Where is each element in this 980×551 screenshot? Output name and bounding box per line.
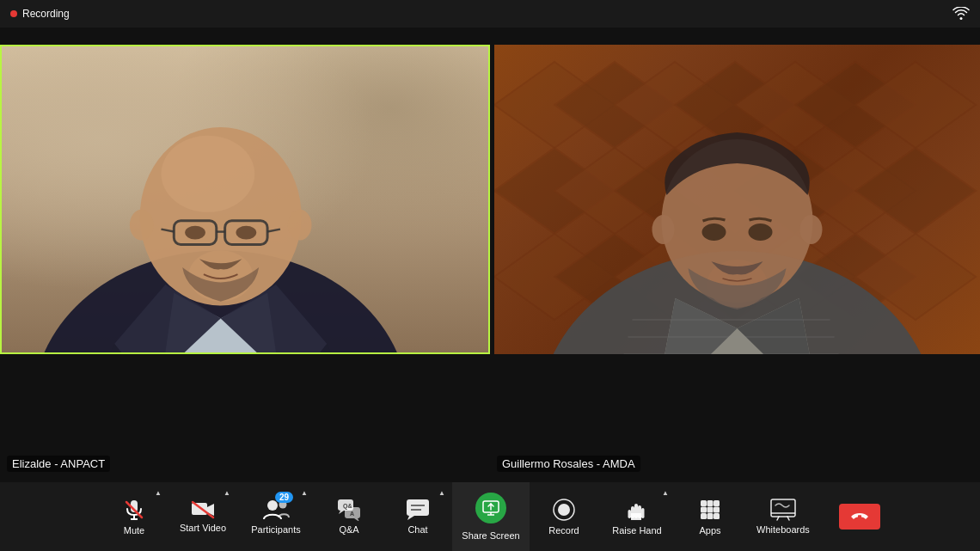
svg-rect-72 xyxy=(707,507,714,513)
svg-point-3 xyxy=(161,136,254,212)
svg-rect-71 xyxy=(701,507,707,513)
qa-label: Q&A xyxy=(339,524,358,535)
svg-point-39 xyxy=(652,215,674,244)
participants-button[interactable]: ▲ 29 Participants xyxy=(237,482,315,551)
chat-label: Chat xyxy=(407,524,427,535)
svg-rect-74 xyxy=(701,513,707,519)
participants-badge: 29 xyxy=(275,492,293,503)
svg-rect-68 xyxy=(701,500,707,506)
whiteboards-label: Whiteboards xyxy=(756,524,810,535)
svg-point-9 xyxy=(185,226,205,240)
mute-icon xyxy=(122,498,146,522)
svg-text:Q&: Q& xyxy=(343,503,352,510)
svg-rect-53 xyxy=(407,499,429,516)
toolbar: ▲ Mute ▲ Start Video ▲ xyxy=(0,482,980,551)
svg-rect-73 xyxy=(714,507,720,513)
recording-label: Recording xyxy=(22,8,70,20)
svg-rect-66 xyxy=(628,510,632,518)
svg-point-11 xyxy=(130,210,154,241)
svg-rect-70 xyxy=(714,500,720,506)
participants-label: Participants xyxy=(251,524,300,535)
person-right-figure xyxy=(494,45,980,354)
svg-point-61 xyxy=(558,504,570,516)
svg-point-40 xyxy=(799,215,822,244)
svg-rect-76 xyxy=(714,513,720,519)
whiteboards-icon xyxy=(770,499,796,521)
svg-point-12 xyxy=(288,210,312,241)
svg-rect-65 xyxy=(641,508,645,518)
whiteboards-button[interactable]: Whiteboards xyxy=(744,482,822,551)
record-icon xyxy=(552,498,576,522)
mute-button[interactable]: ▲ Mute xyxy=(100,482,168,551)
start-video-label: Start Video xyxy=(180,523,226,533)
raise-hand-button[interactable]: ▲ Raise Hand xyxy=(598,482,676,551)
chat-caret[interactable]: ▲ xyxy=(438,489,445,497)
participant-label-left: Elizalde - ANPACT xyxy=(7,456,110,472)
start-video-caret[interactable]: ▲ xyxy=(224,489,230,497)
start-video-button[interactable]: ▲ Start Video xyxy=(168,482,237,551)
svg-point-47 xyxy=(267,500,278,511)
share-screen-icon xyxy=(475,493,506,527)
mute-caret[interactable]: ▲ xyxy=(155,489,162,497)
participants-caret[interactable]: ▲ xyxy=(301,489,308,497)
top-bar: Recording xyxy=(0,0,980,28)
mute-label: Mute xyxy=(124,525,144,536)
svg-point-38 xyxy=(748,223,772,241)
apps-icon xyxy=(698,498,722,522)
raise-hand-icon xyxy=(628,498,646,522)
chat-icon xyxy=(406,499,430,521)
participants-icon: 29 xyxy=(262,499,290,521)
video-right xyxy=(494,45,980,354)
svg-text:A: A xyxy=(350,511,354,517)
record-label: Record xyxy=(548,525,579,536)
qa-icon: Q& A xyxy=(337,499,361,521)
top-bar-right xyxy=(952,7,970,21)
end-call-button[interactable] xyxy=(839,504,880,530)
share-screen-button[interactable]: Share Screen xyxy=(452,482,530,551)
share-screen-label: Share Screen xyxy=(462,530,519,541)
end-call-icon xyxy=(850,511,869,522)
person-left-figure xyxy=(0,46,464,352)
qa-button[interactable]: Q& A Q&A xyxy=(315,482,383,551)
video-left-bg xyxy=(2,46,488,352)
raise-hand-label: Raise Hand xyxy=(612,525,661,536)
start-video-icon xyxy=(191,500,215,519)
svg-rect-75 xyxy=(707,513,714,519)
record-button[interactable]: Record xyxy=(530,482,598,551)
raise-hand-caret[interactable]: ▲ xyxy=(662,489,669,497)
video-area: Elizalde - ANPACT Guillermo Rosales - AM… xyxy=(0,28,980,482)
svg-rect-67 xyxy=(631,513,641,520)
wifi-icon xyxy=(952,7,970,21)
svg-point-37 xyxy=(701,223,726,241)
chat-button[interactable]: ▲ Chat xyxy=(383,482,452,551)
svg-rect-69 xyxy=(707,500,714,506)
svg-rect-77 xyxy=(771,499,795,517)
participant-label-right: Guillermo Rosales - AMDA xyxy=(497,456,640,472)
recording-dot xyxy=(10,10,17,17)
video-right-bg xyxy=(494,45,980,354)
svg-rect-45 xyxy=(192,503,207,515)
apps-label: Apps xyxy=(699,525,720,536)
video-left xyxy=(0,45,490,354)
svg-point-10 xyxy=(236,226,257,240)
apps-button[interactable]: Apps xyxy=(676,482,744,551)
